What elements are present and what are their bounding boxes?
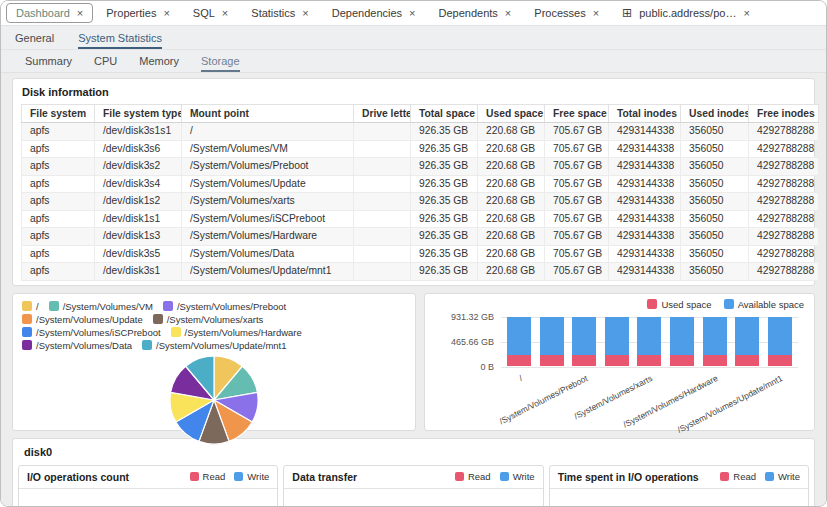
pie-legend-item[interactable]: /System/Volumes/Update/mnt1: [142, 339, 286, 352]
read-label: Read: [733, 471, 756, 482]
tab-close-icon[interactable]: ×: [593, 8, 599, 19]
editor-tab[interactable]: ⊞ Statistics ×: [241, 3, 318, 23]
available-space-segment: [540, 317, 564, 355]
cell-total-space: 926.35 GB: [411, 263, 478, 281]
tab-close-icon[interactable]: ×: [505, 8, 511, 19]
cell-total-inodes: 4293144338: [609, 175, 681, 193]
table-row: apfs /dev/disk3s1 /System/Volumes/Update…: [22, 263, 819, 281]
stacked-bar[interactable]: [703, 317, 727, 367]
cell-mount-point: /System/Volumes/Update/mnt1: [182, 263, 354, 281]
pie-legend-item[interactable]: /System/Volumes/Update: [22, 313, 143, 326]
bar-y-tick-label: 0 B: [480, 362, 494, 372]
used-space-swatch: [647, 299, 657, 309]
legend-used-space[interactable]: Used space: [647, 299, 711, 310]
disk-usage-pie-panel: / /System/Volumes/VM /System/Volumes/Pre…: [12, 293, 416, 431]
editor-tab[interactable]: ⊞ Dependents ×: [429, 3, 522, 23]
stacked-bar[interactable]: [670, 317, 694, 367]
cell-file-system: apfs: [22, 210, 95, 228]
tab-close-icon[interactable]: ×: [163, 8, 169, 19]
sub-tab[interactable]: CPU: [94, 50, 117, 72]
tab-close-icon[interactable]: ×: [743, 8, 749, 19]
tab-close-icon[interactable]: ×: [302, 8, 308, 19]
pgadmin-window: ⊞ Dashboard × ⊞ Properties × ⊞ SQL × ⊞ S…: [0, 0, 827, 507]
legend-write[interactable]: Write: [234, 471, 269, 482]
disk-charts-row: / /System/Volumes/VM /System/Volumes/Pre…: [12, 293, 815, 431]
pie-legend-item[interactable]: /System/Volumes/VM: [49, 300, 153, 313]
stacked-bar[interactable]: [768, 317, 792, 367]
pie-legend-item[interactable]: /System/Volumes/xarts: [153, 313, 264, 326]
editor-tab[interactable]: ⊞ public.address/po… ×: [612, 3, 760, 23]
nav-tab[interactable]: System Statistics: [78, 26, 162, 49]
read-swatch: [190, 472, 199, 481]
cell-free-inodes: 4292788288: [749, 245, 819, 263]
stacked-bar[interactable]: [637, 317, 661, 367]
stacked-bar[interactable]: [735, 317, 759, 367]
legend-write[interactable]: Write: [765, 471, 800, 482]
available-space-segment: [637, 317, 661, 355]
bars-group: [503, 317, 796, 367]
table-header-cell: Total space: [411, 105, 478, 123]
legend-read[interactable]: Read: [190, 471, 226, 482]
legend-read[interactable]: Read: [720, 471, 756, 482]
pie-legend-item[interactable]: /System/Volumes/Preboot: [163, 300, 286, 313]
table-row: apfs /dev/disk3s5 /System/Volumes/Data 9…: [22, 245, 819, 263]
available-space-segment: [735, 317, 759, 355]
editor-tab[interactable]: ⊞ Dashboard ×: [6, 3, 93, 23]
cell-file-system: apfs: [22, 158, 95, 176]
pie-legend-item[interactable]: /: [22, 300, 39, 313]
tab-close-icon[interactable]: ×: [222, 8, 228, 19]
legend-available-space[interactable]: Available space: [724, 299, 804, 310]
sub-tab-label: Summary: [25, 55, 72, 67]
editor-tab-label: Dependencies: [332, 7, 402, 19]
cell-drive-letter: [354, 123, 411, 141]
bar-x-tick-label: /: [517, 373, 524, 383]
stacked-bar[interactable]: [572, 317, 596, 367]
sub-tab[interactable]: Memory: [139, 50, 179, 72]
sub-tab[interactable]: Storage: [201, 50, 240, 72]
cell-total-inodes: 4293144338: [609, 228, 681, 246]
cell-total-space: 926.35 GB: [411, 158, 478, 176]
editor-tab[interactable]: ⊞ Properties ×: [96, 3, 180, 23]
cell-file-system-type: /dev/disk3s2: [95, 158, 182, 176]
stacked-bar[interactable]: [540, 317, 564, 367]
disk-usage-pie-chart: [167, 353, 261, 447]
legend-write[interactable]: Write: [500, 471, 535, 482]
cell-free-space: 705.67 GB: [545, 245, 609, 263]
write-swatch: [234, 472, 243, 481]
pie-legend-item[interactable]: /System/Volumes/Data: [22, 339, 132, 352]
cell-used-inodes: 356050: [681, 175, 749, 193]
editor-tab[interactable]: ⊞ Dependencies ×: [322, 3, 426, 23]
disk-information-title: Disk information: [22, 86, 810, 98]
tab-close-icon[interactable]: ×: [77, 8, 83, 19]
stacked-bar[interactable]: [605, 317, 629, 367]
nav-tab[interactable]: General: [15, 26, 54, 49]
table-header-row: File systemFile system typeMount pointDr…: [22, 105, 819, 123]
cell-mount-point: /System/Volumes/Hardware: [182, 228, 354, 246]
write-swatch: [765, 472, 774, 481]
pie-legend-item[interactable]: /System/Volumes/iSCPreboot: [22, 326, 161, 339]
tab-close-icon[interactable]: ×: [409, 8, 415, 19]
editor-tab-label: Dashboard: [16, 7, 70, 19]
cell-drive-letter: [354, 140, 411, 158]
legend-swatch: [22, 340, 32, 350]
legend-swatch: [142, 340, 152, 350]
available-space-label: Available space: [738, 299, 804, 310]
stacked-bar[interactable]: [507, 317, 531, 367]
io-chart-card: I/O operations count Read Write 35M30M: [18, 465, 278, 507]
pie-legend-label: /System/Volumes/Update/mnt1: [156, 340, 286, 351]
cell-file-system-type: /dev/disk3s5: [95, 245, 182, 263]
cell-file-system-type: /dev/disk1s3: [95, 228, 182, 246]
cell-file-system: apfs: [22, 140, 95, 158]
legend-read[interactable]: Read: [455, 471, 491, 482]
sub-tab[interactable]: Summary: [25, 50, 72, 72]
cell-file-system: apfs: [22, 263, 95, 281]
pie-legend-item[interactable]: /System/Volumes/Hardware: [171, 326, 302, 339]
cell-total-space: 926.35 GB: [411, 140, 478, 158]
nav-tab-label: General: [15, 32, 54, 44]
read-swatch: [720, 472, 729, 481]
cell-free-inodes: 4292788288: [749, 193, 819, 211]
editor-tab[interactable]: ⊞ SQL ×: [183, 3, 238, 23]
editor-tab[interactable]: ⊞ Processes ×: [524, 3, 609, 23]
available-space-swatch: [724, 299, 734, 309]
cell-total-space: 926.35 GB: [411, 228, 478, 246]
